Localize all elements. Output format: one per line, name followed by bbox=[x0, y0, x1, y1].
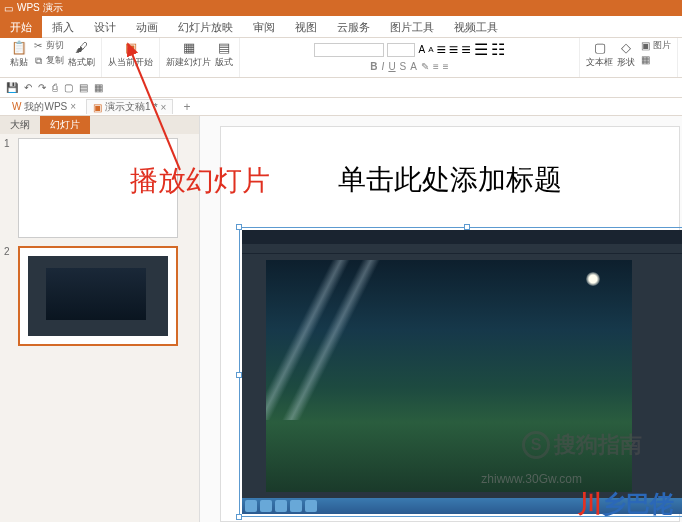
indent-right-icon[interactable]: ≡ bbox=[443, 61, 449, 72]
picture-icon: ▣ bbox=[639, 40, 651, 51]
qt-item[interactable]: ▦ bbox=[94, 82, 103, 93]
bullets-icon[interactable]: ☰ bbox=[474, 40, 488, 59]
decrease-font-icon[interactable]: A bbox=[428, 45, 433, 54]
sogou-text: 搜狗指南 bbox=[554, 430, 642, 460]
outline-tabs: 大纲 幻灯片 bbox=[0, 116, 199, 134]
slide-canvas[interactable]: 单击此处添加标题 bbox=[220, 126, 680, 522]
cut-button[interactable]: ✂剪切 bbox=[30, 38, 66, 53]
brand-part1: 川 bbox=[578, 490, 602, 517]
paste-button[interactable]: 📋 粘贴 bbox=[8, 38, 30, 70]
menu-review[interactable]: 审阅 bbox=[243, 16, 285, 38]
thumbnail-1[interactable]: 1 bbox=[4, 138, 195, 238]
numbering-icon[interactable]: ☷ bbox=[491, 40, 505, 59]
taskbar-icon bbox=[305, 500, 317, 512]
wps-icon: W bbox=[12, 101, 21, 112]
quick-toolbar: 💾 ↶ ↷ ⎙ ▢ ▤ ▦ bbox=[0, 78, 682, 98]
slide-number: 1 bbox=[4, 138, 14, 238]
title-text: 单击此处添加标题 bbox=[338, 161, 562, 199]
strike-icon[interactable]: S bbox=[400, 61, 407, 72]
doc-tab-mywps[interactable]: W 我的WPS × bbox=[6, 100, 82, 114]
qt-item[interactable]: ▢ bbox=[64, 82, 73, 93]
format-painter-button[interactable]: 🖌 格式刷 bbox=[66, 38, 97, 70]
qt-item[interactable]: ▤ bbox=[79, 82, 88, 93]
play-label: 从当前开始 bbox=[108, 56, 153, 69]
slides-group: ▦ 新建幻灯片 ▤ 版式 bbox=[160, 38, 240, 77]
moon-graphic bbox=[586, 272, 600, 286]
new-tab-icon[interactable]: + bbox=[177, 100, 196, 114]
increase-font-icon[interactable]: A bbox=[418, 44, 425, 55]
textbox-button[interactable]: ▢ 文本框 bbox=[584, 38, 615, 70]
new-slide-button[interactable]: ▦ 新建幻灯片 bbox=[164, 38, 213, 70]
font-family-select[interactable] bbox=[314, 43, 384, 57]
outline-panel: 大纲 幻灯片 1 2 bbox=[0, 116, 200, 522]
shape-button[interactable]: ◇ 形状 bbox=[615, 38, 637, 70]
sogou-logo-icon: S bbox=[522, 431, 550, 459]
close-icon[interactable]: × bbox=[161, 102, 167, 113]
highlight-icon[interactable]: ✎ bbox=[421, 61, 429, 72]
workspace: 大纲 幻灯片 1 2 单击此处添加标题 bbox=[0, 116, 682, 522]
indent-left-icon[interactable]: ≡ bbox=[433, 61, 439, 72]
textbox-icon: ▢ bbox=[594, 39, 606, 55]
slideshow-group: ▣ 从当前开始 bbox=[102, 38, 160, 77]
clipboard-group: 📋 粘贴 ✂剪切 ⧉复制 🖌 格式刷 bbox=[4, 38, 102, 77]
brush-icon: 🖌 bbox=[75, 39, 88, 55]
ps-body bbox=[242, 254, 682, 498]
ribbon: 📋 粘贴 ✂剪切 ⧉复制 🖌 格式刷 ▣ 从当前开始 ▦ 新建幻灯片 bbox=[0, 38, 682, 78]
embedded-screenshot bbox=[242, 230, 682, 514]
align-left-icon[interactable]: ≡ bbox=[436, 41, 445, 59]
align-right-icon[interactable]: ≡ bbox=[461, 41, 470, 59]
font-size-select[interactable] bbox=[387, 43, 415, 57]
menu-pictools[interactable]: 图片工具 bbox=[380, 16, 444, 38]
font-color-icon[interactable]: A bbox=[410, 61, 417, 72]
align-center-icon[interactable]: ≡ bbox=[449, 41, 458, 59]
menu-videotools[interactable]: 视频工具 bbox=[444, 16, 508, 38]
title-placeholder[interactable]: 单击此处添加标题 bbox=[261, 155, 639, 205]
font-group: A A ≡ ≡ ≡ ☰ ☷ B I U S A ✎ ≡ ≡ bbox=[240, 38, 580, 77]
menu-slideshow[interactable]: 幻灯片放映 bbox=[168, 16, 243, 38]
close-icon[interactable]: × bbox=[70, 101, 76, 112]
redo-icon[interactable]: ↷ bbox=[38, 82, 46, 93]
print-icon[interactable]: ⎙ bbox=[52, 82, 58, 93]
slide-editor: 单击此处添加标题 bbox=[200, 116, 682, 522]
cut-icon: ✂ bbox=[32, 40, 44, 51]
layout-icon: ▤ bbox=[218, 39, 230, 55]
thumb-slide-2[interactable] bbox=[18, 246, 178, 346]
taskbar-icon bbox=[245, 500, 257, 512]
ppt-icon: ▣ bbox=[93, 102, 102, 113]
thumbnail-2[interactable]: 2 bbox=[4, 246, 195, 346]
arrange-button[interactable]: ▦ bbox=[637, 53, 673, 66]
doc-tab-presentation[interactable]: ▣ 演示文稿1 * × bbox=[86, 99, 173, 114]
document-tabs: W 我的WPS × ▣ 演示文稿1 * × + bbox=[0, 98, 682, 116]
copy-button[interactable]: ⧉复制 bbox=[30, 53, 66, 68]
layout-button[interactable]: ▤ 版式 bbox=[213, 38, 235, 70]
arrange-icon: ▦ bbox=[639, 54, 651, 65]
menu-insert[interactable]: 插入 bbox=[42, 16, 84, 38]
menu-start[interactable]: 开始 bbox=[0, 16, 42, 38]
ps-panels bbox=[638, 254, 682, 498]
tab-modified: * bbox=[154, 102, 158, 113]
menu-bar: 开始 插入 设计 动画 幻灯片放映 审阅 视图 云服务 图片工具 视频工具 bbox=[0, 16, 682, 38]
outline-tab[interactable]: 大纲 bbox=[0, 116, 40, 134]
slides-tab[interactable]: 幻灯片 bbox=[40, 116, 90, 134]
save-icon[interactable]: 💾 bbox=[6, 82, 18, 93]
picture-button[interactable]: ▣图片 bbox=[637, 38, 673, 53]
menu-animation[interactable]: 动画 bbox=[126, 16, 168, 38]
resize-handle-sw[interactable] bbox=[236, 514, 242, 520]
selected-image[interactable] bbox=[239, 227, 682, 517]
menu-view[interactable]: 视图 bbox=[285, 16, 327, 38]
app-icon: ▭ bbox=[4, 3, 13, 14]
app-name: WPS 演示 bbox=[17, 1, 63, 15]
undo-icon[interactable]: ↶ bbox=[24, 82, 32, 93]
taskbar-icon bbox=[290, 500, 302, 512]
menu-cloud[interactable]: 云服务 bbox=[327, 16, 380, 38]
italic-icon[interactable]: I bbox=[382, 61, 385, 72]
brand-watermark: 川乡巴佬 bbox=[578, 488, 674, 520]
thumb-slide-1[interactable] bbox=[18, 138, 178, 238]
taskbar-icon bbox=[275, 500, 287, 512]
play-from-current-button[interactable]: ▣ 从当前开始 bbox=[106, 38, 155, 70]
paste-icon: 📋 bbox=[11, 39, 27, 55]
menu-design[interactable]: 设计 bbox=[84, 16, 126, 38]
paste-label: 粘贴 bbox=[10, 56, 28, 69]
bold-icon[interactable]: B bbox=[370, 61, 377, 72]
underline-icon[interactable]: U bbox=[388, 61, 395, 72]
